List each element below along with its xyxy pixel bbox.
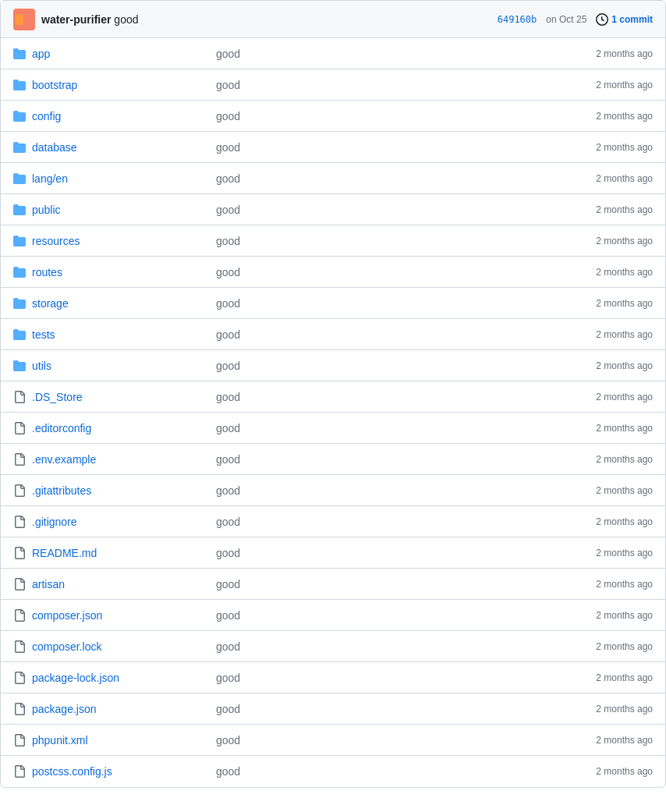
table-row: publicgood2 months ago <box>1 194 665 225</box>
table-row: artisangood2 months ago <box>1 569 665 600</box>
file-icon <box>13 547 26 559</box>
file-time: 2 months ago <box>559 48 653 59</box>
repo-container: water-purifier good 649160b on Oct 25 1 … <box>0 0 666 788</box>
table-row: phpunit.xmlgood2 months ago <box>1 725 665 756</box>
file-icon <box>13 391 26 403</box>
file-name[interactable]: README.md <box>32 547 204 559</box>
file-icon <box>13 453 26 466</box>
file-name[interactable]: database <box>32 141 204 154</box>
file-message: good <box>204 266 559 278</box>
file-message: good <box>204 578 559 590</box>
file-name[interactable]: bootstrap <box>32 79 204 91</box>
file-name[interactable]: composer.json <box>32 609 204 622</box>
file-time: 2 months ago <box>559 267 653 278</box>
table-row: appgood2 months ago <box>1 38 665 69</box>
file-name[interactable]: resources <box>32 235 204 247</box>
folder-icon <box>13 328 26 341</box>
file-name[interactable]: .gitattributes <box>32 484 204 497</box>
file-name[interactable]: utils <box>32 360 204 372</box>
table-row: lang/engood2 months ago <box>1 163 665 194</box>
file-name[interactable]: .gitignore <box>32 516 204 528</box>
file-name[interactable]: storage <box>32 297 204 310</box>
file-time: 2 months ago <box>559 735 653 746</box>
table-row: composer.lockgood2 months ago <box>1 631 665 662</box>
file-time: 2 months ago <box>559 142 653 153</box>
clock-icon <box>596 13 608 26</box>
file-message: good <box>204 204 559 216</box>
file-time: 2 months ago <box>559 392 653 402</box>
file-name[interactable]: tests <box>32 328 204 341</box>
file-name[interactable]: lang/en <box>32 172 204 185</box>
file-name[interactable]: public <box>32 204 204 216</box>
file-time: 2 months ago <box>559 610 653 621</box>
file-time: 2 months ago <box>559 579 653 590</box>
commit-hash[interactable]: 649160b <box>498 14 537 25</box>
file-message: good <box>204 235 559 247</box>
repo-header: water-purifier good 649160b on Oct 25 1 … <box>1 1 665 38</box>
commit-link[interactable]: 1 commit <box>611 14 653 25</box>
file-message: good <box>204 516 559 528</box>
table-row: configgood2 months ago <box>1 101 665 132</box>
file-name[interactable]: app <box>32 48 204 60</box>
file-message: good <box>204 547 559 559</box>
folder-icon <box>13 266 26 278</box>
file-time: 2 months ago <box>559 548 653 558</box>
file-message: good <box>204 360 559 372</box>
file-time: 2 months ago <box>559 204 653 215</box>
file-icon <box>13 640 26 653</box>
file-message: good <box>204 110 559 122</box>
table-row: testsgood2 months ago <box>1 319 665 350</box>
file-time: 2 months ago <box>559 672 653 683</box>
file-name[interactable]: .env.example <box>32 453 204 466</box>
folder-icon <box>13 110 26 122</box>
file-list: appgood2 months ago bootstrapgood2 month… <box>1 38 665 787</box>
file-name[interactable]: .DS_Store <box>32 391 204 403</box>
file-time: 2 months ago <box>559 360 653 371</box>
file-message: good <box>204 328 559 341</box>
file-time: 2 months ago <box>559 111 653 122</box>
file-name[interactable]: config <box>32 110 204 122</box>
table-row: storagegood2 months ago <box>1 288 665 319</box>
table-row: .env.examplegood2 months ago <box>1 444 665 475</box>
table-row: .editorconfiggood2 months ago <box>1 413 665 444</box>
svg-rect-1 <box>25 11 33 22</box>
file-name[interactable]: routes <box>32 266 204 278</box>
table-row: .DS_Storegood2 months ago <box>1 381 665 413</box>
repo-header-right: 649160b on Oct 25 1 commit <box>498 13 653 26</box>
file-message: good <box>204 48 559 60</box>
file-icon <box>13 609 26 622</box>
folder-icon <box>13 48 26 60</box>
file-message: good <box>204 141 559 154</box>
file-name[interactable]: package.json <box>32 703 204 715</box>
table-row: composer.jsongood2 months ago <box>1 600 665 631</box>
file-message: good <box>204 672 559 684</box>
file-icon <box>13 672 26 684</box>
table-row: databasegood2 months ago <box>1 132 665 163</box>
file-time: 2 months ago <box>559 454 653 465</box>
file-time: 2 months ago <box>559 173 653 184</box>
file-icon <box>13 516 26 528</box>
file-message: good <box>204 640 559 653</box>
branch-name: good <box>114 13 138 26</box>
file-icon <box>13 422 26 434</box>
table-row: package-lock.jsongood2 months ago <box>1 662 665 693</box>
file-name[interactable]: composer.lock <box>32 640 204 653</box>
file-name[interactable]: phpunit.xml <box>32 734 204 746</box>
folder-icon <box>13 79 26 91</box>
file-name[interactable]: .editorconfig <box>32 422 204 434</box>
file-message: good <box>204 422 559 434</box>
file-time: 2 months ago <box>559 423 653 434</box>
file-time: 2 months ago <box>559 80 653 90</box>
table-row: .gitattributesgood2 months ago <box>1 475 665 506</box>
file-time: 2 months ago <box>559 298 653 309</box>
file-name[interactable]: package-lock.json <box>32 672 204 684</box>
folder-icon <box>13 360 26 372</box>
file-message: good <box>204 391 559 403</box>
file-name[interactable]: artisan <box>32 578 204 590</box>
repo-name[interactable]: water-purifier <box>41 13 111 26</box>
file-name[interactable]: postcss.config.js <box>32 765 204 778</box>
folder-icon <box>13 235 26 247</box>
file-time: 2 months ago <box>559 236 653 246</box>
file-time: 2 months ago <box>559 641 653 652</box>
file-time: 2 months ago <box>559 704 653 714</box>
